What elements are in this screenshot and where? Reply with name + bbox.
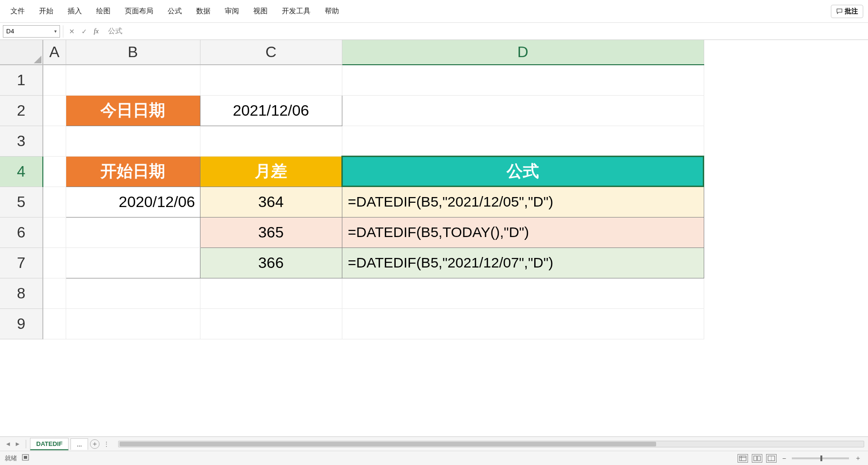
menu-help[interactable]: 帮助 <box>319 4 345 19</box>
cell-B5[interactable]: 2020/12/06 <box>66 187 200 217</box>
menu-review[interactable]: 审阅 <box>219 4 245 19</box>
row-header-3[interactable]: 3 <box>0 126 43 156</box>
comment-icon <box>836 8 843 15</box>
zoom-thumb[interactable] <box>820 455 822 461</box>
cell-C6[interactable]: 365 <box>200 217 342 247</box>
row-header-4[interactable]: 4 <box>0 156 43 187</box>
tab-menu-icon[interactable]: ⋮ <box>101 440 111 447</box>
status-ready: 就绪 <box>5 454 17 463</box>
menu-formula[interactable]: 公式 <box>162 4 188 19</box>
zoom-slider[interactable] <box>792 457 849 459</box>
cell-C9[interactable] <box>200 308 342 339</box>
row-header-1[interactable]: 1 <box>0 65 43 95</box>
cell-A9[interactable] <box>43 308 66 339</box>
cell-A8[interactable] <box>43 278 66 308</box>
menu-items: 文件 开始 插入 绘图 页面布局 公式 数据 审阅 视图 开发工具 帮助 <box>5 4 345 19</box>
cancel-icon[interactable]: ✕ <box>66 26 78 37</box>
cell-D2[interactable] <box>342 95 704 126</box>
cell-A3[interactable] <box>43 126 66 156</box>
cell-C2[interactable]: 2021/12/06 <box>200 95 342 126</box>
view-pagelayout-icon[interactable] <box>752 454 762 463</box>
col-header-D[interactable]: D <box>342 40 704 65</box>
cell-B3[interactable] <box>66 126 200 156</box>
cell-D1[interactable] <box>342 65 704 95</box>
cell-D3[interactable] <box>342 126 704 156</box>
sheet-tab-bar: ◄ ► DATEDIF ... ＋ ⋮ <box>0 436 868 451</box>
menu-data[interactable]: 数据 <box>190 4 216 19</box>
cell-D4[interactable]: 公式 <box>342 156 704 187</box>
cell-B4[interactable]: 开始日期 <box>66 156 200 187</box>
cell-A2[interactable] <box>43 95 66 126</box>
comment-button[interactable]: 批注 <box>831 5 863 18</box>
cell-A4[interactable] <box>43 156 66 187</box>
cell-B7[interactable] <box>66 247 200 278</box>
row-header-8[interactable]: 8 <box>0 278 43 308</box>
col-header-A[interactable]: A <box>43 40 66 65</box>
cell-C1[interactable] <box>200 65 342 95</box>
formula-bar-buttons: ✕ ✓ fx <box>63 25 101 38</box>
col-header-C[interactable]: C <box>200 40 342 65</box>
cell-A5[interactable] <box>43 187 66 217</box>
menu-insert[interactable]: 插入 <box>62 4 88 19</box>
cell-D5[interactable]: =DATEDIF(B5,"2021/12/05","D") <box>342 187 704 217</box>
horizontal-scrollbar[interactable] <box>118 441 864 447</box>
cell-B6[interactable] <box>66 217 200 247</box>
cell-A1[interactable] <box>43 65 66 95</box>
cell-A6[interactable] <box>43 217 66 247</box>
cell-D8[interactable] <box>342 278 704 308</box>
formula-bar: D4 ▾ ✕ ✓ fx <box>0 23 868 40</box>
tab-nav: ◄ ► <box>4 440 22 448</box>
sheet-tab-datedif[interactable]: DATEDIF <box>30 438 69 450</box>
cell-B9[interactable] <box>66 308 200 339</box>
status-left: 就绪 <box>5 454 31 463</box>
menu-pagelayout[interactable]: 页面布局 <box>119 4 159 19</box>
menu-view[interactable]: 视图 <box>248 4 273 19</box>
cell-A7[interactable] <box>43 247 66 278</box>
menu-devtools[interactable]: 开发工具 <box>276 4 316 19</box>
cell-C7[interactable]: 366 <box>200 247 342 278</box>
tab-next-icon[interactable]: ► <box>13 440 22 448</box>
cell-B1[interactable] <box>66 65 200 95</box>
tab-separator <box>26 440 26 448</box>
name-box[interactable]: D4 ▾ <box>3 25 60 38</box>
menu-bar: 文件 开始 插入 绘图 页面布局 公式 数据 审阅 视图 开发工具 帮助 批注 <box>0 0 868 23</box>
select-all-corner[interactable] <box>0 40 43 65</box>
row-header-2[interactable]: 2 <box>0 95 43 126</box>
menu-file[interactable]: 文件 <box>5 4 30 19</box>
cell-D9[interactable] <box>342 308 704 339</box>
row-header-5[interactable]: 5 <box>0 187 43 217</box>
hscroll-thumb[interactable] <box>120 442 656 446</box>
cell-C8[interactable] <box>200 278 342 308</box>
cell-D6[interactable]: =DATEDIF(B5,TODAY(),"D") <box>342 217 704 247</box>
comment-label: 批注 <box>845 7 858 16</box>
cell-C3[interactable] <box>200 126 342 156</box>
chevron-down-icon: ▾ <box>54 29 57 34</box>
zoom-in-button[interactable]: ＋ <box>853 454 863 463</box>
col-header-B[interactable]: B <box>66 40 200 65</box>
spreadsheet-grid[interactable]: A B C D 1 2 今日日期 2021/12/06 3 4 开始日期 月差 … <box>0 40 868 436</box>
cell-B8[interactable] <box>66 278 200 308</box>
corner-triangle-icon <box>34 56 41 63</box>
menu-home[interactable]: 开始 <box>33 4 59 19</box>
view-normal-icon[interactable] <box>738 454 748 463</box>
zoom-out-button[interactable]: − <box>780 455 788 462</box>
svg-rect-2 <box>739 456 746 461</box>
add-sheet-button[interactable]: ＋ <box>90 439 100 449</box>
macro-record-icon[interactable] <box>22 454 31 462</box>
cell-C4[interactable]: 月差 <box>200 156 342 187</box>
sheet-tab-more[interactable]: ... <box>70 438 88 450</box>
row-header-9[interactable]: 9 <box>0 308 43 339</box>
cell-B2[interactable]: 今日日期 <box>66 95 200 126</box>
svg-rect-5 <box>754 456 757 461</box>
tab-prev-icon[interactable]: ◄ <box>4 440 12 448</box>
confirm-icon[interactable]: ✓ <box>79 26 90 37</box>
cell-C5[interactable]: 364 <box>200 187 342 217</box>
row-header-7[interactable]: 7 <box>0 247 43 278</box>
menu-draw[interactable]: 绘图 <box>90 4 116 19</box>
fx-icon[interactable]: fx <box>91 28 101 35</box>
svg-rect-6 <box>758 456 760 461</box>
view-pagebreak-icon[interactable] <box>766 454 777 463</box>
cell-D7[interactable]: =DATEDIF(B5,"2021/12/07","D") <box>342 247 704 278</box>
formula-input[interactable] <box>104 25 865 38</box>
row-header-6[interactable]: 6 <box>0 217 43 247</box>
